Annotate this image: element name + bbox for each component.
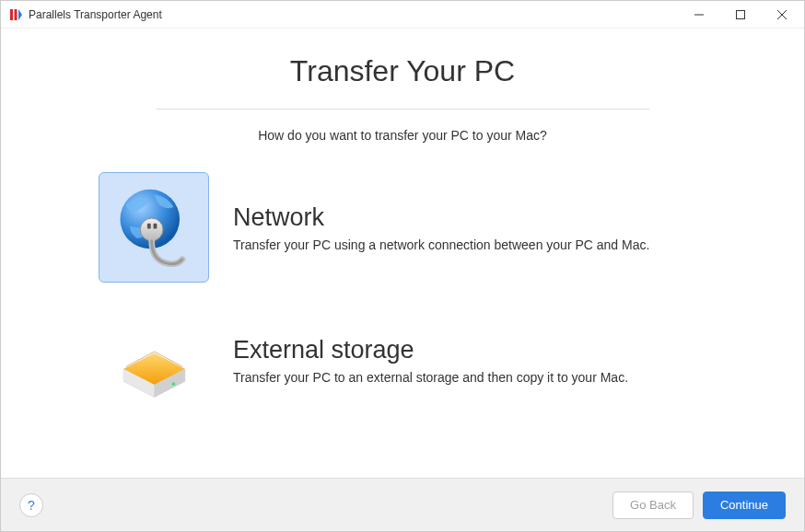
go-back-button[interactable]: Go Back [612,492,694,519]
svg-point-7 [140,218,163,241]
app-icon [8,7,23,22]
svg-rect-8 [146,223,150,228]
option-storage-text: External storage Transfer your PC to an … [233,336,725,385]
option-network-desc: Transfer your PC using a network connect… [233,237,725,252]
option-network-text: Network Transfer your PC using a network… [233,203,725,252]
window-title: Parallels Transporter Agent [29,8,678,21]
options-list: Network Transfer your PC using a network… [80,172,725,415]
svg-rect-9 [153,223,157,228]
option-storage-title: External storage [233,336,725,364]
content-area: Transfer Your PC How do you want to tran… [1,29,804,478]
page-title: Transfer Your PC [290,54,515,88]
titlebar: Parallels Transporter Agent [1,1,804,29]
svg-rect-3 [736,10,744,18]
footer: ? Go Back Continue [1,478,804,531]
window-controls [678,1,802,28]
svg-point-10 [171,382,175,386]
continue-button[interactable]: Continue [703,492,786,519]
storage-icon [99,305,209,415]
page-subtitle: How do you want to transfer your PC to y… [258,128,547,143]
svg-rect-1 [15,9,18,20]
separator [157,109,649,110]
minimize-button[interactable] [678,1,719,28]
option-storage-desc: Transfer your PC to an external storage … [233,370,725,385]
option-network-title: Network [233,203,725,232]
option-storage[interactable]: External storage Transfer your PC to an … [99,305,725,415]
close-button[interactable] [761,1,802,28]
help-button[interactable]: ? [19,493,43,517]
network-icon [99,172,209,283]
svg-rect-0 [10,9,13,20]
maximize-button[interactable] [719,1,761,28]
option-network[interactable]: Network Transfer your PC using a network… [99,172,725,283]
